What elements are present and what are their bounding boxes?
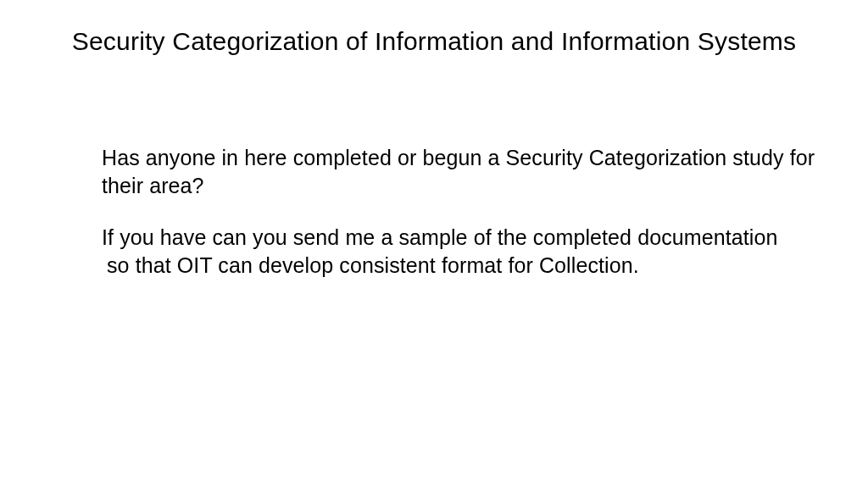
paragraph-2-line-1: If you have can you send me a sample of … — [102, 225, 777, 249]
slide-title: Security Categorization of Information a… — [59, 27, 809, 56]
paragraph-1: Has anyone in here completed or begun a … — [102, 144, 817, 200]
paragraph-2-line-2: so that OIT can develop consistent forma… — [102, 252, 817, 280]
paragraph-2: If you have can you send me a sample of … — [102, 224, 817, 280]
slide-body: Has anyone in here completed or begun a … — [102, 144, 817, 303]
